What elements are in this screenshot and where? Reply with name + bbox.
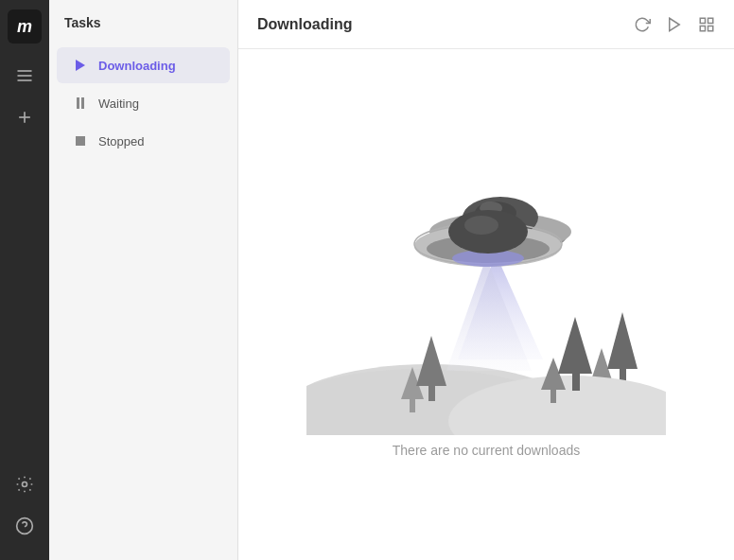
svg-rect-50 [572, 374, 580, 391]
nav-bar: m [0, 0, 49, 560]
svg-rect-44 [410, 399, 415, 412]
main-content: Downloading [238, 0, 734, 560]
svg-rect-48 [550, 390, 556, 403]
main-header: Downloading [238, 0, 734, 49]
svg-rect-9 [700, 18, 705, 23]
sidebar-item-waiting-label: Waiting [98, 96, 139, 111]
sidebar-item-waiting[interactable]: Waiting [57, 85, 230, 121]
header-actions [634, 16, 715, 33]
refresh-button[interactable] [634, 16, 651, 33]
sidebar-item-downloading[interactable]: Downloading [57, 47, 230, 83]
stop-icon [72, 132, 89, 149]
scene-svg [306, 132, 666, 435]
sidebar: Tasks Downloading Waiting Stopped [49, 0, 238, 560]
sidebar-item-stopped-label: Stopped [98, 134, 144, 149]
svg-point-5 [23, 482, 27, 487]
svg-rect-12 [708, 26, 713, 30]
svg-rect-46 [428, 386, 435, 401]
play-icon [72, 57, 89, 74]
sidebar-item-downloading-label: Downloading [98, 59, 176, 73]
settings-icon[interactable] [8, 467, 42, 501]
start-all-button[interactable] [666, 16, 683, 33]
svg-marker-45 [416, 336, 446, 386]
svg-marker-36 [446, 257, 532, 371]
svg-rect-11 [700, 26, 705, 30]
pause-icon [72, 95, 89, 112]
sidebar-title: Tasks [49, 15, 237, 45]
pause-all-button[interactable] [698, 16, 715, 33]
scene-container [306, 132, 666, 435]
svg-marker-8 [670, 18, 680, 31]
svg-point-42 [464, 216, 498, 235]
help-icon[interactable] [8, 509, 42, 543]
empty-message: There are no current downloads [393, 443, 580, 458]
empty-state: There are no current downloads [238, 49, 734, 560]
sidebar-item-stopped[interactable]: Stopped [57, 123, 230, 159]
page-title: Downloading [257, 16, 634, 33]
menu-icon[interactable] [8, 59, 42, 93]
svg-marker-49 [558, 317, 592, 374]
svg-rect-10 [708, 18, 713, 23]
add-icon[interactable] [8, 100, 42, 134]
app-logo: m [8, 9, 42, 44]
